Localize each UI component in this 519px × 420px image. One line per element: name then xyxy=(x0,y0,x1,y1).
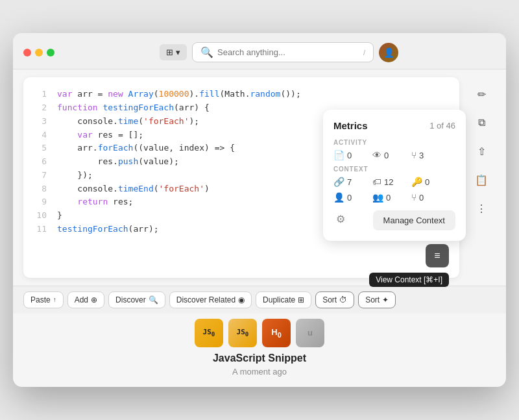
metrics-title: Metrics xyxy=(333,120,368,131)
more-button[interactable]: ⋮ xyxy=(470,197,493,220)
metrics-header: Metrics 1 of 46 xyxy=(333,120,455,131)
github-icon: ⑂ xyxy=(411,192,416,203)
duplicate-button[interactable]: Duplicate ⊞ xyxy=(256,291,311,308)
discover-icon: 🔍 xyxy=(149,295,158,304)
person-icon: 👤 xyxy=(333,192,344,203)
duplicate-label: Duplicate xyxy=(263,295,295,304)
activity-row: 📄 0 👁 0 ⑂ 3 xyxy=(333,150,455,160)
search-icon: 🔍 xyxy=(200,46,213,58)
link-count: 7 xyxy=(347,177,352,187)
metrics-popup: Metrics 1 of 46 ACTIVITY 📄 0 👁 0 ⑂ xyxy=(323,110,466,241)
add-label: Add xyxy=(75,295,88,304)
github-count: 0 xyxy=(419,193,424,203)
duplicate-icon: ⊞ xyxy=(298,295,304,304)
sort-other-label: Sort xyxy=(365,295,380,304)
chevron-down-icon: ▾ xyxy=(176,47,180,57)
snippet-icon-js-main[interactable]: JS0 xyxy=(195,319,223,347)
snippet-icons: JS0 JS0 H0 u xyxy=(195,319,324,347)
link-icon: 🔗 xyxy=(333,177,344,187)
titlebar: ⊞ ▾ 🔍 / 👤 xyxy=(13,33,506,69)
sort-other-button[interactable]: Sort ✦ xyxy=(358,291,396,308)
key-metric: 🔑 0 xyxy=(411,177,444,187)
view-context-button[interactable]: ≡ xyxy=(426,244,449,267)
copy-button[interactable]: ⧉ xyxy=(470,111,493,134)
search-shortcut: / xyxy=(363,49,365,56)
line-numbers: 1 2 3 4 5 6 7 8 9 10 11 xyxy=(34,88,47,236)
code-line: var arr = new Array(100000).fill(Math.ra… xyxy=(57,88,449,101)
branch-icon: ⑂ xyxy=(411,150,416,160)
file-icon: 📄 xyxy=(333,150,344,160)
metrics-count: 1 of 46 xyxy=(429,121,455,130)
branch-count: 3 xyxy=(419,151,424,160)
file-count: 0 xyxy=(347,151,352,160)
metrics-settings-button[interactable]: ⚙ xyxy=(333,210,348,228)
context-btn-area: ≡ View Context [⌘+I] xyxy=(34,244,449,267)
people-metric: 👥 0 xyxy=(372,192,405,203)
key-count: 0 xyxy=(425,177,429,187)
discover-related-label: Discover Related xyxy=(176,295,235,304)
snippet-title: JavaScript Snippet xyxy=(213,352,306,364)
eye-metric: 👁 0 xyxy=(372,150,405,160)
discover-label: Discover xyxy=(115,295,146,304)
right-sidebar: ✏ ⧉ ⇧ 📋 ⋮ xyxy=(467,77,496,278)
paste-icon: ↑ xyxy=(53,296,56,303)
sort-time-icon: ⏱ xyxy=(339,295,347,304)
metrics-bottom-row: ⚙ Manage Context xyxy=(333,208,455,230)
context-label: CONTEXT xyxy=(333,166,455,173)
activity-label: ACTIVITY xyxy=(333,139,455,146)
context-row-2: 👤 0 👥 0 ⑂ 0 xyxy=(333,192,455,203)
bottom-toolbar: Paste ↑ Add ⊕ Discover 🔍 Discover Relate… xyxy=(13,286,506,314)
context-row-1: 🔗 7 🏷 12 🔑 0 xyxy=(333,177,455,187)
person-metric: 👤 0 xyxy=(333,192,366,203)
traffic-lights xyxy=(23,49,54,56)
discover-related-icon: ◉ xyxy=(238,295,245,304)
share-button[interactable]: ⇧ xyxy=(470,140,493,163)
titlebar-center: ⊞ ▾ 🔍 / 👤 xyxy=(62,42,496,62)
snippet-icon-html[interactable]: H0 xyxy=(262,319,291,347)
layout-toggle-button[interactable]: ⊞ ▾ xyxy=(160,44,187,60)
sort-time-button[interactable]: Sort ⏱ xyxy=(315,291,354,308)
app-window: ⊞ ▾ 🔍 / 👤 1 2 3 4 5 6 7 xyxy=(13,33,506,387)
discover-button[interactable]: Discover 🔍 xyxy=(108,291,165,308)
sort-other-icon: ✦ xyxy=(382,295,389,304)
tag-icon: 🏷 xyxy=(372,177,381,187)
tag-count: 12 xyxy=(384,177,393,187)
github-metric: ⑂ 0 xyxy=(411,192,444,203)
link-metric: 🔗 7 xyxy=(333,177,366,187)
search-input[interactable] xyxy=(217,47,359,57)
maximize-button[interactable] xyxy=(47,49,54,56)
paste-label: Paste xyxy=(30,295,51,304)
sort-time-label: Sort xyxy=(322,295,337,304)
search-bar[interactable]: 🔍 / xyxy=(192,42,374,62)
snippet-icon-js-sub[interactable]: JS0 xyxy=(228,319,257,347)
key-icon: 🔑 xyxy=(411,177,422,187)
paste-button[interactable]: Paste ↑ xyxy=(23,291,64,308)
eye-icon: 👁 xyxy=(372,150,381,160)
people-count: 0 xyxy=(386,193,391,203)
main-content: 1 2 3 4 5 6 7 8 9 10 11 var arr = new Ar… xyxy=(13,69,506,286)
minimize-button[interactable] xyxy=(35,49,43,56)
notes-button[interactable]: 📋 xyxy=(470,168,493,191)
eye-count: 0 xyxy=(384,151,389,160)
people-icon: 👥 xyxy=(372,192,383,203)
snippet-time: A moment ago xyxy=(232,367,287,377)
tag-metric: 🏷 12 xyxy=(372,177,405,187)
close-button[interactable] xyxy=(23,49,31,56)
add-button[interactable]: Add ⊕ xyxy=(67,291,104,308)
branch-metric: ⑂ 3 xyxy=(411,150,444,160)
hamburger-icon: ≡ xyxy=(434,250,440,262)
layout-icon: ⊞ xyxy=(166,47,173,57)
view-context-tooltip: View Context [⌘+I] xyxy=(369,273,449,287)
code-container: 1 2 3 4 5 6 7 8 9 10 11 var arr = new Ar… xyxy=(23,77,459,278)
person-count: 0 xyxy=(347,193,352,203)
snippet-icon-plain[interactable]: u xyxy=(296,319,324,347)
edit-button[interactable]: ✏ xyxy=(470,82,493,106)
file-metric: 📄 0 xyxy=(333,150,366,160)
manage-context-button[interactable]: Manage Context xyxy=(373,210,455,230)
discover-related-button[interactable]: Discover Related ◉ xyxy=(169,291,252,308)
footer: JS0 JS0 H0 u JavaScript Snippet A moment… xyxy=(13,314,506,387)
add-icon: ⊕ xyxy=(91,295,97,304)
avatar: 👤 xyxy=(379,43,398,62)
